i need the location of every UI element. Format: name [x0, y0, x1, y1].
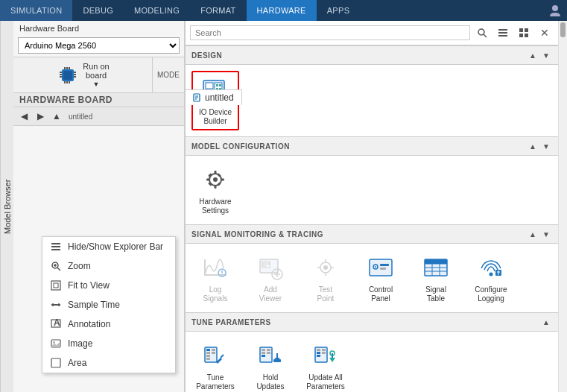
svg-rect-15	[51, 243, 60, 244]
menu-simulation[interactable]: SIMULATION	[0, 0, 72, 21]
add-viewer-icon	[256, 253, 285, 282]
close-panel-button[interactable]: ✕	[536, 24, 554, 42]
test-point-item[interactable]: TestPoint	[302, 250, 349, 306]
tune-parameters-icon	[200, 341, 230, 370]
svg-rect-90	[380, 268, 386, 270]
user-icon[interactable]	[543, 0, 567, 21]
svg-rect-99	[440, 259, 447, 264]
svg-rect-60	[215, 185, 217, 189]
svg-point-58	[213, 177, 218, 182]
main-layout: Model Browser Hardware Board Arduino Meg…	[0, 21, 567, 392]
ctx-area[interactable]: Area	[42, 353, 175, 373]
update-all-params-item[interactable]: Update AllParameters	[302, 338, 349, 392]
signal-monitoring-collapse-up[interactable]: ▲	[527, 228, 539, 240]
configure-logging-icon	[476, 253, 506, 282]
svg-line-19	[57, 268, 60, 271]
model-config-controls: ▲ ▼	[527, 140, 552, 152]
menu-modeling[interactable]: MODELING	[124, 0, 190, 21]
svg-text:A: A	[54, 319, 60, 328]
svg-rect-108	[206, 358, 210, 360]
ctx-zoom[interactable]: Zoom	[42, 256, 175, 276]
svg-rect-126	[322, 352, 326, 354]
search-input[interactable]	[190, 25, 470, 40]
svg-rect-42	[525, 28, 528, 32]
hw-board-select[interactable]: Arduino Mega 2560	[18, 37, 180, 54]
tune-params-section-header: TUNE PARAMETERS ▲	[186, 312, 558, 332]
run-on-board-btn[interactable]: Run on board ▼	[13, 57, 152, 92]
menu-format[interactable]: FORMAT	[190, 0, 246, 21]
configure-logging-item[interactable]: ConfigureLogging	[467, 250, 515, 306]
toolbar-section: ◀ ▶ ▲ untitled	[13, 107, 184, 126]
menu-hardware[interactable]: HARDWARE	[247, 0, 317, 21]
hw-board-dropdown-row: Arduino Mega 2560	[13, 34, 184, 57]
svg-rect-5	[60, 76, 62, 78]
file-icon	[193, 93, 202, 102]
run-board-area: Run on board ▼ MODE	[13, 57, 184, 93]
ctx-fit-to-view[interactable]: Fit to View	[42, 276, 175, 295]
grid-view-button[interactable]	[515, 24, 533, 42]
model-config-items-grid: HardwareSettings	[186, 156, 558, 224]
io-device-builder-label: IO DeviceBuilder	[199, 108, 232, 126]
model-browser-tab[interactable]: Model Browser	[0, 21, 13, 392]
control-panel-item[interactable]: ControlPanel	[357, 250, 405, 306]
svg-rect-8	[74, 76, 76, 78]
signal-monitoring-collapse-down[interactable]: ▼	[540, 228, 552, 240]
forward-btn[interactable]: ▶	[33, 109, 48, 124]
design-section-controls: ▲ ▼	[527, 49, 552, 61]
svg-rect-3	[60, 72, 62, 73]
svg-rect-61	[206, 179, 210, 181]
search-bar: ✕	[186, 21, 558, 45]
control-panel-icon	[366, 253, 396, 282]
svg-rect-6	[74, 72, 76, 73]
menu-debug[interactable]: DEBUG	[72, 0, 124, 21]
svg-rect-62	[221, 179, 224, 181]
search-button[interactable]	[473, 24, 491, 42]
mode-label: MODE	[152, 57, 184, 92]
svg-marker-128	[329, 358, 335, 362]
design-collapse-down[interactable]: ▼	[540, 49, 552, 61]
test-point-icon	[311, 253, 340, 282]
svg-point-36	[478, 29, 484, 35]
tune-params-collapse-up[interactable]: ▲	[540, 316, 552, 328]
scrollbar[interactable]	[558, 21, 567, 392]
svg-rect-17	[51, 249, 60, 250]
hardware-settings-icon	[200, 165, 230, 195]
tune-parameters-item[interactable]: TuneParameters	[191, 338, 239, 392]
log-signals-item[interactable]: LogSignals	[191, 250, 239, 306]
annotation-icon: A	[50, 318, 62, 330]
ctx-hide-show-explorer[interactable]: Hide/Show Explorer Bar	[42, 237, 175, 256]
back-btn[interactable]: ◀	[16, 109, 31, 124]
menu-bar: SIMULATION DEBUG MODELING FORMAT HARDWAR…	[0, 0, 567, 21]
add-viewer-label: AddViewer	[259, 285, 282, 303]
svg-rect-67	[204, 274, 227, 276]
add-viewer-item[interactable]: AddViewer	[247, 250, 294, 306]
search-icon	[477, 28, 487, 38]
model-config-collapse-down[interactable]: ▼	[540, 140, 552, 152]
svg-rect-10	[66, 67, 68, 69]
ctx-sample-time[interactable]: Sample Time	[42, 295, 175, 314]
svg-rect-14	[69, 81, 70, 83]
svg-rect-13	[66, 81, 68, 83]
log-signals-label: LogSignals	[203, 285, 228, 303]
svg-rect-31	[51, 358, 60, 367]
signal-monitoring-section-title: SIGNAL MONITORING & TRACING	[191, 230, 323, 238]
design-collapse-up[interactable]: ▲	[527, 49, 539, 61]
untitled-tab[interactable]: untitled	[185, 89, 242, 105]
signal-table-item[interactable]: SignalTable	[412, 250, 460, 306]
signal-table-icon	[421, 253, 451, 282]
design-section-title: DESIGN	[191, 51, 222, 60]
ctx-image[interactable]: Image	[42, 334, 175, 353]
svg-rect-64	[208, 182, 212, 186]
hardware-settings-item[interactable]: HardwareSettings	[191, 162, 239, 218]
model-config-collapse-up[interactable]: ▲	[527, 140, 539, 152]
ctx-annotation[interactable]: A Annotation	[42, 314, 175, 334]
menu-apps[interactable]: APPS	[317, 0, 361, 21]
svg-rect-89	[380, 264, 389, 266]
hold-updates-item[interactable]: HoldUpdates	[247, 338, 294, 392]
svg-point-0	[552, 5, 558, 11]
list-view-button[interactable]	[494, 24, 512, 42]
tune-params-items-grid: TuneParameters	[186, 332, 558, 392]
svg-rect-22	[51, 281, 60, 290]
up-btn[interactable]: ▲	[49, 109, 64, 124]
run-on-board-label: Run on board ▼	[83, 62, 109, 88]
